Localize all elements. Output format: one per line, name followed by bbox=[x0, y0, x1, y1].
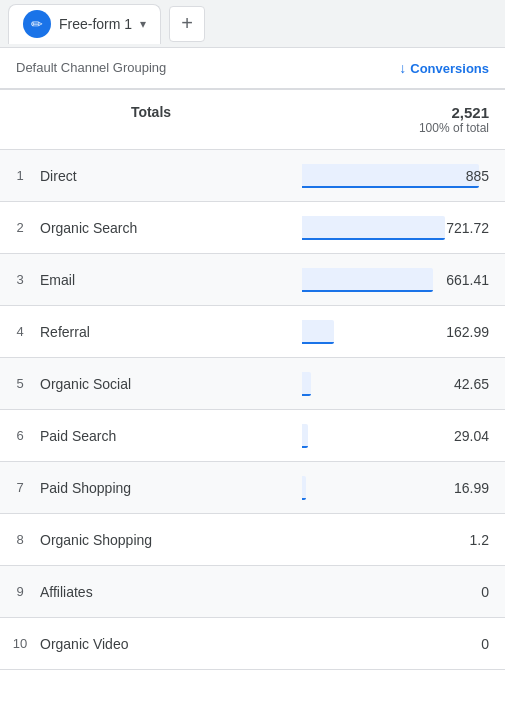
bar-container bbox=[302, 162, 479, 190]
table-row: 4 Referral 162.99 bbox=[0, 306, 505, 358]
row-channel-name: Email bbox=[40, 272, 302, 288]
bar-container bbox=[302, 266, 433, 294]
row-index: 6 bbox=[0, 428, 40, 443]
bar-container bbox=[302, 422, 308, 450]
row-bar-cell: 29.04 bbox=[302, 428, 505, 444]
row-channel-name: Referral bbox=[40, 324, 302, 340]
table-body: 1 Direct 885 2 Organic Search 721.72 3 E… bbox=[0, 150, 505, 670]
row-index: 4 bbox=[0, 324, 40, 339]
table-row: 10 Organic Video 0 bbox=[0, 618, 505, 670]
bar-fill bbox=[302, 476, 306, 500]
add-tab-button[interactable]: + bbox=[169, 6, 205, 42]
table-row: 6 Paid Search 29.04 bbox=[0, 410, 505, 462]
table-row: 9 Affiliates 0 bbox=[0, 566, 505, 618]
totals-number: 2,521 bbox=[318, 104, 489, 121]
bar-fill bbox=[302, 320, 334, 344]
row-value: 42.65 bbox=[454, 376, 489, 392]
totals-row: Totals 2,521 100% of total bbox=[0, 90, 505, 150]
row-value: 29.04 bbox=[454, 428, 489, 444]
table-row: 1 Direct 885 bbox=[0, 150, 505, 202]
table-row: 8 Organic Shopping 1.2 bbox=[0, 514, 505, 566]
table-header: Default Channel Grouping ↓ Conversions bbox=[0, 48, 505, 90]
row-channel-name: Direct bbox=[40, 168, 302, 184]
row-bar-cell: 885 bbox=[302, 168, 505, 184]
row-bar-cell: 0 bbox=[302, 584, 505, 600]
row-index: 2 bbox=[0, 220, 40, 235]
table-row: 3 Email 661.41 bbox=[0, 254, 505, 306]
row-bar-cell: 661.41 bbox=[302, 272, 505, 288]
row-value: 0 bbox=[481, 584, 489, 600]
row-bar-cell: 1.2 bbox=[302, 532, 505, 548]
row-channel-name: Paid Search bbox=[40, 428, 302, 444]
conversions-column-header[interactable]: ↓ Conversions bbox=[302, 48, 505, 88]
row-value: 721.72 bbox=[446, 220, 489, 236]
row-channel-name: Affiliates bbox=[40, 584, 302, 600]
bar-container bbox=[302, 370, 311, 398]
row-value: 1.2 bbox=[470, 532, 489, 548]
row-bar-cell: 0 bbox=[302, 636, 505, 652]
bar-fill bbox=[302, 372, 311, 396]
row-value: 885 bbox=[466, 168, 489, 184]
data-table: Default Channel Grouping ↓ Conversions T… bbox=[0, 48, 505, 670]
sort-arrow-icon: ↓ bbox=[399, 60, 406, 76]
table-row: 7 Paid Shopping 16.99 bbox=[0, 462, 505, 514]
row-bar-cell: 42.65 bbox=[302, 376, 505, 392]
table-row: 2 Organic Search 721.72 bbox=[0, 202, 505, 254]
chevron-down-icon[interactable]: ▾ bbox=[140, 17, 146, 31]
row-channel-name: Organic Video bbox=[40, 636, 302, 652]
row-value: 661.41 bbox=[446, 272, 489, 288]
edit-icon: ✏ bbox=[23, 10, 51, 38]
bar-fill bbox=[302, 424, 308, 448]
channel-column-header: Default Channel Grouping bbox=[0, 48, 302, 88]
row-index: 1 bbox=[0, 168, 40, 183]
row-index: 3 bbox=[0, 272, 40, 287]
row-index: 8 bbox=[0, 532, 40, 547]
totals-value: 2,521 100% of total bbox=[302, 104, 505, 135]
bar-container bbox=[302, 318, 334, 346]
row-bar-cell: 162.99 bbox=[302, 324, 505, 340]
row-channel-name: Organic Shopping bbox=[40, 532, 302, 548]
row-value: 16.99 bbox=[454, 480, 489, 496]
row-bar-cell: 721.72 bbox=[302, 220, 505, 236]
row-value: 162.99 bbox=[446, 324, 489, 340]
row-index: 5 bbox=[0, 376, 40, 391]
row-bar-cell: 16.99 bbox=[302, 480, 505, 496]
row-index: 10 bbox=[0, 636, 40, 651]
row-channel-name: Organic Social bbox=[40, 376, 302, 392]
tab-label: Free-form 1 bbox=[59, 16, 132, 32]
bar-fill bbox=[302, 216, 445, 240]
row-index: 7 bbox=[0, 480, 40, 495]
row-value: 0 bbox=[481, 636, 489, 652]
bar-container bbox=[302, 474, 306, 502]
row-channel-name: Paid Shopping bbox=[40, 480, 302, 496]
tab-freeform1[interactable]: ✏ Free-form 1 ▾ bbox=[8, 4, 161, 44]
totals-label: Totals bbox=[0, 104, 302, 135]
totals-percent: 100% of total bbox=[318, 121, 489, 135]
tab-bar: ✏ Free-form 1 ▾ + bbox=[0, 0, 505, 48]
row-channel-name: Organic Search bbox=[40, 220, 302, 236]
bar-fill bbox=[302, 164, 479, 188]
bar-container bbox=[302, 214, 445, 242]
bar-fill bbox=[302, 268, 433, 292]
row-index: 9 bbox=[0, 584, 40, 599]
table-row: 5 Organic Social 42.65 bbox=[0, 358, 505, 410]
